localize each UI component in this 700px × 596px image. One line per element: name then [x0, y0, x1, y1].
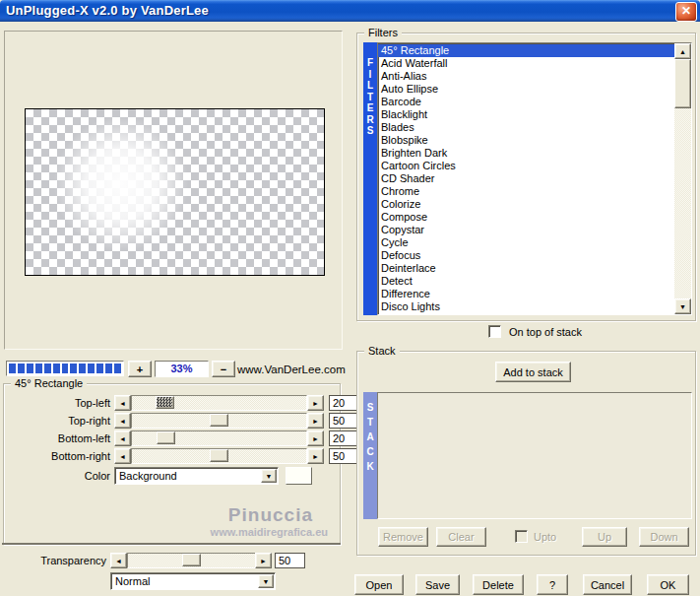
filter-list-item[interactable]: Blobspike — [378, 134, 674, 147]
progress-segment — [35, 364, 42, 373]
group-title: 45° Rectangle — [11, 377, 87, 389]
filter-list-item[interactable]: Barcode — [378, 96, 674, 108]
filter-list-item[interactable]: Cycle — [378, 236, 674, 249]
close-icon: ✕ — [681, 4, 691, 18]
transparency-slider[interactable] — [127, 553, 256, 568]
window-title: UnPlugged-X v2.0 by VanDerLee — [6, 3, 209, 18]
clear-button: Clear — [436, 527, 486, 547]
scroll-down-icon[interactable]: ▼ — [674, 298, 691, 314]
progress-segment — [70, 364, 77, 373]
transparency-left-arrow[interactable]: ◄ — [110, 553, 127, 568]
filter-list-item[interactable]: Distortion — [378, 313, 674, 314]
slider-thumb[interactable] — [156, 396, 174, 409]
delete-button[interactable]: Delete — [473, 574, 524, 595]
add-to-stack-button[interactable]: Add to stack — [495, 362, 571, 382]
slider-right-arrow[interactable]: ► — [307, 413, 324, 429]
filters-group-title: Filters — [364, 27, 402, 38]
stack-group: Stack Add to stack STACK Remove Clear Up… — [356, 351, 696, 556]
slider-value[interactable]: 50 — [329, 448, 358, 464]
slider-thumb[interactable] — [157, 431, 175, 444]
filter-list-item[interactable]: Compose — [378, 211, 674, 224]
vertical-letter: L — [367, 80, 373, 92]
slider-right-arrow[interactable]: ► — [307, 448, 324, 464]
scrollbar-thumb[interactable] — [674, 59, 691, 108]
progress-segment — [9, 364, 16, 373]
filter-list-item[interactable]: Detect — [378, 275, 674, 288]
slider-track[interactable] — [131, 395, 307, 411]
filter-list-item[interactable]: Copystar — [378, 224, 674, 236]
filter-list-item[interactable]: Difference — [378, 288, 674, 300]
slider-value[interactable]: 20 — [329, 395, 358, 411]
filter-list-item[interactable]: Defocus — [378, 249, 674, 262]
progress-segment — [96, 364, 103, 373]
filter-list-item[interactable]: Anti-Alias — [378, 70, 674, 83]
progress-segment — [79, 364, 86, 373]
zoom-level: 33% — [155, 361, 209, 377]
vendor-website-link[interactable]: www.VanDerLee.com — [237, 364, 343, 375]
slider-right-arrow[interactable]: ► — [307, 395, 324, 411]
upto-label: Upto — [534, 531, 556, 543]
slider-thumb[interactable] — [210, 414, 228, 427]
blend-mode-dropdown[interactable]: Normal ▼ — [110, 572, 276, 590]
close-button[interactable]: ✕ — [675, 2, 697, 22]
filter-list-item[interactable]: Deinterlace — [378, 262, 674, 275]
color-swatch[interactable] — [286, 467, 312, 485]
scroll-up-icon[interactable]: ▲ — [674, 43, 691, 59]
stack-group-title: Stack — [364, 345, 400, 357]
remove-button: Remove — [378, 527, 428, 547]
slider-left-arrow[interactable]: ◄ — [114, 430, 131, 446]
transparency-right-arrow[interactable]: ► — [255, 553, 272, 568]
save-button[interactable]: Save — [415, 574, 460, 595]
chevron-down-icon[interactable]: ▼ — [258, 574, 274, 588]
filter-list-item[interactable]: Auto Ellipse — [378, 83, 674, 96]
transparency-value[interactable]: 50 — [275, 553, 305, 568]
filters-scrollbar[interactable]: ▲ ▼ — [674, 43, 691, 314]
zoom-out-button[interactable]: − — [212, 361, 235, 377]
preview-panel — [4, 31, 343, 350]
progress-segment — [105, 364, 112, 373]
slider-track[interactable] — [131, 430, 307, 446]
filter-list-item[interactable]: Cartoon Circles — [378, 160, 674, 172]
zoom-in-button[interactable]: + — [128, 361, 152, 377]
slider-track[interactable] — [131, 448, 307, 464]
scrollbar-track[interactable] — [674, 108, 691, 298]
vertical-letter: S — [367, 400, 374, 415]
open-button[interactable]: Open — [354, 574, 404, 595]
stack-list[interactable] — [377, 392, 692, 519]
vertical-letter: I — [369, 69, 372, 81]
slider-left-arrow[interactable]: ◄ — [114, 413, 131, 429]
chevron-down-icon[interactable]: ▼ — [261, 469, 277, 483]
color-dropdown[interactable]: Background ▼ — [114, 467, 279, 485]
slider-left-arrow[interactable]: ◄ — [114, 448, 131, 464]
slider-value[interactable]: 20 — [329, 430, 358, 446]
slider-left-arrow[interactable]: ◄ — [114, 395, 131, 411]
title-bar[interactable]: UnPlugged-X v2.0 by VanDerLee ✕ — [0, 0, 700, 22]
filter-list-item[interactable]: Acid Waterfall — [378, 57, 674, 70]
filter-list-item[interactable]: 45° Rectangle — [378, 44, 674, 57]
transparency-thumb[interactable] — [182, 554, 201, 566]
filter-list-item[interactable]: Blacklight — [378, 108, 674, 121]
slider-right-arrow[interactable]: ► — [307, 430, 324, 446]
cancel-button[interactable]: Cancel — [583, 574, 632, 595]
filter-list-item[interactable]: Disco Lights — [378, 300, 674, 313]
slider-thumb[interactable] — [210, 449, 228, 462]
footer-buttons: OpenSaveDelete?CancelOK — [354, 574, 690, 595]
progress-segment — [44, 364, 51, 373]
filter-list-item[interactable]: Chrome — [378, 185, 674, 198]
vertical-letter: T — [367, 92, 373, 103]
progress-segment — [88, 364, 95, 373]
filter-list-item[interactable]: Blades — [378, 121, 674, 134]
slider-label: Top-left — [4, 397, 110, 409]
slider-value[interactable]: 50 — [329, 413, 358, 429]
color-dropdown-value: Background — [119, 470, 177, 482]
filter-list-item[interactable]: Brighten Dark — [378, 147, 674, 160]
ok-button[interactable]: OK — [647, 574, 689, 595]
slider-track[interactable] — [131, 413, 307, 429]
help-button[interactable]: ? — [537, 574, 568, 595]
on-top-of-stack-label: On top of stack — [509, 326, 582, 338]
filter-list-item[interactable]: CD Shader — [378, 172, 674, 185]
on-top-of-stack-checkbox[interactable] — [488, 325, 501, 338]
filters-vertical-label: FILTERS — [363, 42, 377, 315]
filter-list-item[interactable]: Colorize — [378, 198, 674, 211]
preview-image[interactable] — [25, 108, 325, 276]
